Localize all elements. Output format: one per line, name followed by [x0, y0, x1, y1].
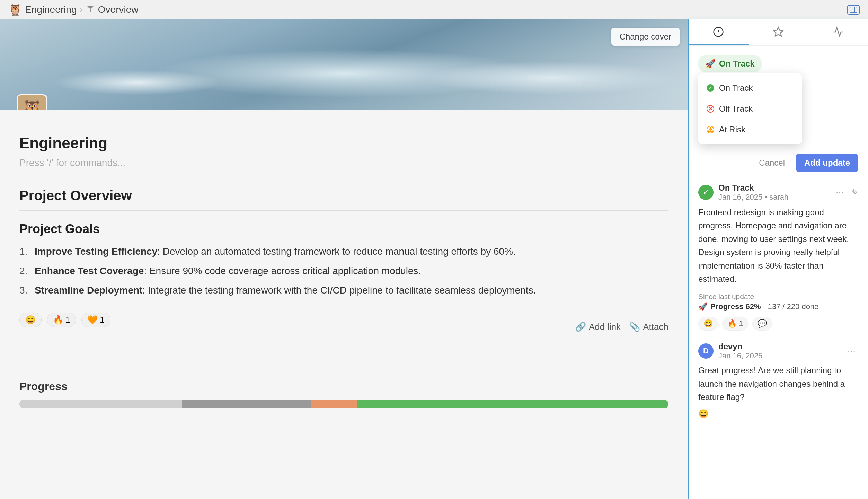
reaction-smiley-button[interactable]: 😄 [698, 317, 718, 331]
tab-activity[interactable] [808, 19, 868, 45]
goal-item-1: 1. Improve Testing Efficiency: Develop a… [19, 246, 668, 257]
emoji-smiley-button[interactable]: 😄 [19, 313, 42, 327]
page-avatar: 🦉 [17, 94, 47, 110]
page-content: Engineering Press '/' for commands... Pr… [0, 112, 688, 369]
since-last-update-label: Since last update [698, 292, 818, 301]
attach-button[interactable]: 📎 Attach [629, 322, 668, 332]
app-icon: 🦉 [8, 3, 22, 16]
sidebar-toggle-button[interactable] [847, 5, 860, 15]
emoji-bar: 😄 🔥 1 🧡 1 [19, 313, 110, 327]
section-divider [19, 210, 668, 211]
comment-date: Jan 16, 2025 [718, 351, 840, 360]
progress-seg-orange [311, 400, 357, 408]
update-status-icon: ✓ [698, 185, 714, 200]
goal-3-text: : Integrate the testing framework with t… [142, 285, 536, 296]
status-dropdown: ✓ On Track ✕ Off Track ⚠ At Risk [698, 73, 802, 144]
progress-seg-light [19, 400, 182, 408]
add-update-button[interactable]: Add update [796, 154, 858, 172]
commenter-avatar: D [698, 343, 714, 359]
section-heading-goals: Project Goals [19, 222, 668, 236]
off-track-label: Off Track [719, 104, 753, 114]
update-action-bar: Cancel Add update [698, 154, 858, 172]
breadcrumb-separator: › [79, 4, 82, 15]
progress-section: Progress [0, 369, 688, 422]
comment-more-button[interactable]: ··· [845, 345, 858, 357]
link-icon: 🔗 [575, 322, 586, 332]
svg-rect-1 [850, 7, 857, 12]
update-date: Jan 16, 2025 • sarah [718, 193, 828, 202]
progress-seg-gray [182, 400, 312, 408]
reaction-bar: 😄 🔥 1 💬 [698, 317, 858, 331]
progress-seg-green [357, 400, 668, 408]
update-more-button[interactable]: ··· [833, 187, 847, 198]
left-panel: Change cover 🦉 Engineering Press '/' for… [0, 19, 688, 499]
goal-3-bold: Streamline Deployment [35, 285, 142, 296]
on-track-icon: ✓ [707, 84, 714, 92]
emoji-heart-button[interactable]: 🧡 1 [81, 313, 110, 327]
status-option-on-track[interactable]: ✓ On Track [698, 78, 802, 98]
reaction-comment-button[interactable]: 💬 [752, 317, 772, 331]
cover-image: Change cover 🦉 [0, 19, 688, 110]
update-card-header: ✓ On Track Jan 16, 2025 • sarah ··· ✎ [698, 183, 858, 202]
comment-meta: devyn Jan 16, 2025 [718, 342, 840, 360]
commenter-name: devyn [718, 342, 840, 351]
progress-bar [19, 400, 668, 408]
breadcrumb-engineering[interactable]: Engineering [25, 4, 77, 15]
comment-text: Great progress! Are we still planning to… [698, 364, 858, 404]
breadcrumb: 🦉 Engineering › Overview [8, 3, 138, 16]
goal-item-3: 3. Streamline Deployment: Integrate the … [19, 285, 668, 296]
progress-rocket-icon: 🚀 [698, 302, 708, 311]
goal-1-text: : Develop an automated testing framework… [157, 246, 516, 257]
section-heading-overview: Project Overview [19, 188, 668, 203]
update-meta: On Track Jan 16, 2025 • sarah [718, 183, 828, 202]
page-title: Engineering [19, 134, 668, 152]
stats-block: Since last update 🚀 Progress 62% 137 / 2… [698, 292, 818, 311]
breadcrumb-icon-overview [86, 5, 95, 15]
goal-2-text: : Ensure 90% code coverage across critic… [144, 265, 421, 276]
progress-stat: 🚀 Progress 62% [698, 302, 761, 311]
topbar: 🦉 Engineering › Overview [0, 0, 868, 19]
change-cover-button[interactable]: Change cover [611, 28, 680, 46]
goals-list: 1. Improve Testing Efficiency: Develop a… [19, 246, 668, 296]
action-buttons: 🔗 Add link 📎 Attach [575, 322, 668, 332]
attach-icon: 📎 [629, 322, 640, 332]
at-risk-label: At Risk [719, 125, 745, 134]
emoji-fire-button[interactable]: 🔥 1 [47, 313, 76, 327]
panel-body: 🚀 On Track ✓ On Track ✕ Off Track ⚠ At R… [689, 46, 868, 499]
goal-item-2: 2. Enhance Test Coverage: Ensure 90% cod… [19, 265, 668, 277]
goal-1-bold: Improve Testing Efficiency [35, 246, 157, 257]
status-option-off-track[interactable]: ✕ Off Track [698, 98, 802, 119]
status-rocket-icon: 🚀 [705, 59, 716, 69]
edit-icon[interactable]: ✎ [851, 187, 858, 197]
action-bar: 😄 🔥 1 🧡 1 🔗 Add link 📎 Attach [19, 313, 668, 341]
progress-label: Progress [19, 380, 668, 393]
breadcrumb-overview[interactable]: Overview [98, 4, 139, 15]
done-stat: 137 / 220 done [768, 302, 819, 311]
cancel-button[interactable]: Cancel [753, 155, 790, 171]
topbar-right [847, 5, 860, 15]
comment-header: D devyn Jan 16, 2025 ··· [698, 342, 858, 360]
goal-2-bold: Enhance Test Coverage [35, 265, 144, 276]
comment-reaction: 😄 [698, 409, 858, 419]
tab-updates[interactable] [749, 19, 808, 45]
right-panel: 🚀 On Track ✓ On Track ✕ Off Track ⚠ At R… [688, 19, 868, 499]
at-risk-icon: ⚠ [707, 126, 714, 133]
reaction-fire-button[interactable]: 🔥 1 [722, 317, 748, 331]
off-track-icon: ✕ [707, 105, 714, 113]
progress-pct: Progress 62% [710, 302, 761, 311]
status-option-at-risk[interactable]: ⚠ At Risk [698, 119, 802, 140]
update-status-label: On Track [718, 183, 828, 193]
page-placeholder[interactable]: Press '/' for commands... [19, 157, 668, 168]
panel-tabs [689, 19, 868, 46]
add-link-button[interactable]: 🔗 Add link [575, 322, 621, 332]
status-button[interactable]: 🚀 On Track [698, 55, 762, 72]
update-stats: Since last update 🚀 Progress 62% 137 / 2… [698, 292, 858, 311]
update-text: Frontend redesign is making good progres… [698, 206, 858, 286]
on-track-label: On Track [719, 83, 753, 93]
comment-reaction-button[interactable]: 😄 [698, 409, 709, 419]
status-label: On Track [719, 59, 755, 69]
tab-info[interactable] [689, 19, 749, 45]
comment-card: D devyn Jan 16, 2025 ··· Great progress!… [698, 342, 858, 418]
main-layout: Change cover 🦉 Engineering Press '/' for… [0, 19, 868, 499]
update-card: ✓ On Track Jan 16, 2025 • sarah ··· ✎ Fr… [698, 183, 858, 331]
